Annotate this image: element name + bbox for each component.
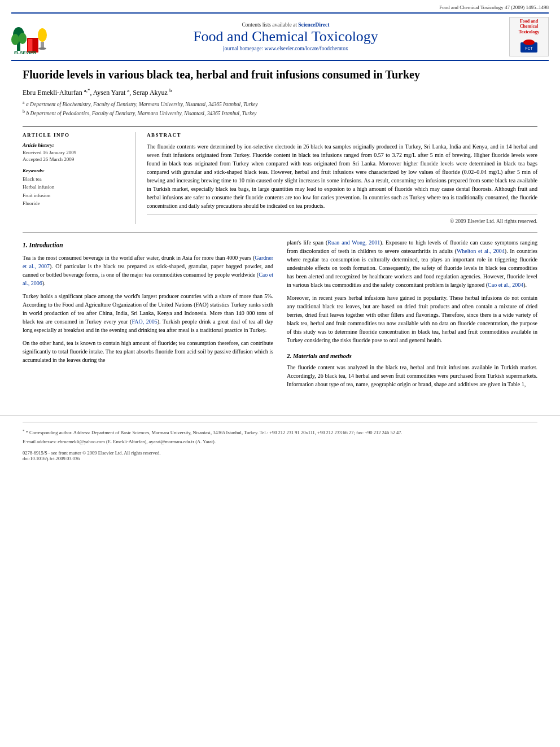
- keyword-2: Herbal infusion: [23, 183, 127, 191]
- corresponding-footnote: * * Corresponding author. Address: Depar…: [23, 428, 537, 436]
- history-label: Article history:: [23, 142, 127, 148]
- keywords-list: Black tea Herbal infusion Fruit infusion…: [23, 175, 127, 208]
- svg-point-7: [38, 28, 47, 42]
- body-section: 1. Introduction Tea is the most consumed…: [23, 238, 537, 394]
- accepted-date: Accepted 26 March 2009: [23, 156, 127, 162]
- svg-point-3: [19, 33, 27, 44]
- article-title: Fluoride levels in various black tea, he…: [23, 68, 537, 82]
- page: Food and Chemical Toxicology 47 (2009) 1…: [0, 0, 560, 747]
- svg-text:FCT: FCT: [525, 46, 533, 50]
- doi-text: doi:10.1016/j.fct.2009.03.036: [23, 456, 537, 461]
- corresponding-text: * Corresponding author. Address: Departm…: [26, 430, 403, 435]
- methods-title: Materials and methods: [293, 352, 352, 359]
- license-text: 0278-6915/$ - see front matter © 2009 El…: [23, 450, 537, 456]
- banner-center: Contents lists available at ScienceDirec…: [62, 22, 509, 52]
- homepage-text: journal homepage: www.elsevier.com/locat…: [223, 46, 348, 51]
- contents-line: Contents lists available at ScienceDirec…: [62, 22, 509, 28]
- cite-whelton: Whelton et al., 2004: [457, 248, 505, 254]
- email-text: E-mail addresses: ebruemekli@yahoo.com (…: [23, 439, 216, 444]
- footer-bottom: 0278-6915/$ - see front matter © 2009 El…: [23, 450, 537, 461]
- affiliations: a a Department of Biochemistry, Faculty …: [23, 99, 537, 118]
- email-footnote: E-mail addresses: ebruemekli@yahoo.com (…: [23, 438, 537, 445]
- affil-b: b Department of Pedodontics, Faculty of …: [26, 111, 256, 117]
- info-abstract-section: ARTICLE INFO Article history: Received 1…: [23, 126, 537, 224]
- intro-para-1: Tea is the most consumed beverage in the…: [23, 254, 273, 287]
- col2-para-2: Moreover, in recent years herbal infusio…: [287, 294, 537, 344]
- contents-text: Contents lists available at: [242, 22, 297, 28]
- elsevier-logo: ELSEVIER: [11, 18, 62, 56]
- intro-title: Introduction: [29, 242, 63, 248]
- body-col-right: plant's life span (Ruan and Wong, 2001).…: [287, 238, 537, 394]
- svg-point-9: [38, 47, 46, 50]
- cite-ruan-wong: Ruan and Wong, 2001: [327, 239, 380, 246]
- keywords-section: Keywords: Black tea Herbal infusion Frui…: [23, 168, 127, 208]
- keyword-1: Black tea: [23, 175, 127, 183]
- cite-cao-2006: Cao et al., 2006: [23, 272, 273, 286]
- journal-title: Food and Chemical Toxicology: [62, 29, 509, 45]
- footnote-block: * * Corresponding author. Address: Depar…: [23, 428, 537, 445]
- article-info-heading: ARTICLE INFO: [23, 132, 127, 138]
- received-date: Received 16 January 2009: [23, 150, 127, 155]
- main-content: Fluoride levels in various black tea, he…: [0, 61, 560, 404]
- svg-point-2: [11, 34, 19, 45]
- abstract-col: ABSTRACT The fluoride contents were dete…: [147, 132, 537, 224]
- page-footer: * * Corresponding author. Address: Depar…: [0, 416, 560, 461]
- journal-reference: Food and Chemical Toxicology 47 (2009) 1…: [0, 0, 560, 12]
- article-history: Article history: Received 16 January 200…: [23, 142, 127, 162]
- cite-fao: FAO, 2005: [132, 318, 157, 325]
- footer-divider: [23, 422, 537, 422]
- keyword-3: Fruit infusion: [23, 191, 127, 199]
- journal-homepage: journal homepage: www.elsevier.com/locat…: [62, 46, 509, 51]
- intro-para-3: On the other hand, tea is known to conta…: [23, 339, 273, 364]
- journal-banner: ELSEVIER Contents lists available at Sci…: [11, 12, 549, 61]
- cite-gardner: Gardner et al., 2007: [23, 255, 273, 269]
- body-col-left: 1. Introduction Tea is the most consumed…: [23, 238, 273, 394]
- svg-rect-5: [28, 39, 33, 51]
- abstract-text: The fluoride contents were determined by…: [147, 142, 537, 210]
- methods-heading: 2. Materials and methods: [287, 351, 537, 361]
- svg-text:ELSEVIER: ELSEVIER: [14, 50, 37, 55]
- intro-para-2: Turkey holds a significant place among t…: [23, 292, 273, 334]
- copyright-line: © 2009 Elsevier Ltd. All rights reserved…: [147, 215, 537, 224]
- intro-heading: 1. Introduction: [23, 241, 273, 250]
- authors: Ebru Emekli-Alturfan a,*, Aysen Yarat a,…: [23, 88, 537, 97]
- affil-a: a Department of Biochemistry, Faculty of…: [26, 102, 258, 107]
- cite-cao-2004: Cao et al., 2004: [488, 282, 523, 288]
- divider: [23, 232, 537, 233]
- body-right-text: plant's life span (Ruan and Wong, 2001).…: [287, 238, 537, 389]
- keywords-label: Keywords:: [23, 168, 127, 173]
- sciencedirect-link[interactable]: ScienceDirect: [298, 22, 329, 28]
- svg-point-13: [523, 40, 535, 45]
- methods-num: 2.: [287, 352, 291, 359]
- journal-icon: Food andChemicalToxicology FCT: [509, 17, 549, 56]
- keyword-4: Fluoride: [23, 199, 127, 207]
- abstract-heading: ABSTRACT: [147, 132, 537, 138]
- article-info-col: ARTICLE INFO Article history: Received 1…: [23, 132, 135, 224]
- intro-num: 1.: [23, 242, 28, 248]
- journal-ref-text: Food and Chemical Toxicology 47 (2009) 1…: [439, 5, 549, 10]
- col2-para-1: plant's life span (Ruan and Wong, 2001).…: [287, 238, 537, 289]
- intro-body-text: Tea is the most consumed beverage in the…: [23, 254, 273, 364]
- methods-para-1: The fluoride content was analyzed in the…: [287, 363, 537, 388]
